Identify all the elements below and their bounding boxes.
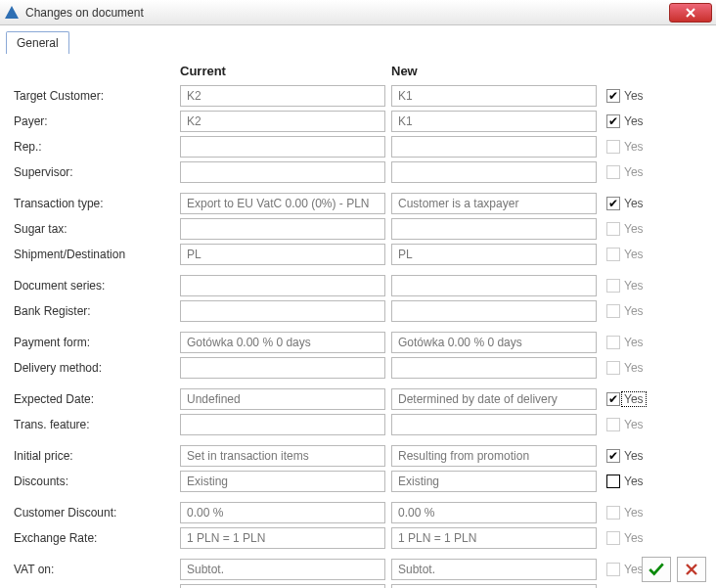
current-value[interactable] [180, 161, 385, 183]
yes-toggle[interactable]: Yes [606, 89, 675, 103]
current-value[interactable]: Export to EU VatC 0.00 (0%) - PLN [180, 193, 385, 214]
yes-toggle[interactable]: Yes [606, 248, 675, 261]
current-value[interactable]: 0.00 % [180, 502, 385, 523]
checkbox[interactable] [606, 140, 620, 154]
yes-toggle[interactable]: Yes [606, 114, 675, 128]
row-label: VAT on: [14, 563, 180, 576]
new-value[interactable] [391, 584, 597, 588]
window-close-button[interactable] [669, 3, 712, 23]
current-value[interactable]: Gotówka 0.00 % 0 days [180, 332, 385, 353]
current-value[interactable]: 1 PLN = 1 PLN [180, 527, 385, 549]
checkbox[interactable] [606, 165, 620, 179]
new-value[interactable] [391, 300, 597, 322]
row-label: Initial price: [14, 449, 180, 463]
current-value[interactable] [180, 300, 385, 322]
new-value[interactable]: K1 [391, 111, 597, 132]
checkbox[interactable] [606, 304, 620, 318]
row-label: Document series: [14, 279, 180, 293]
current-value[interactable]: PL [180, 244, 385, 265]
current-value[interactable]: Undefined [180, 388, 385, 410]
app-icon [4, 5, 20, 21]
rows-container: Target Customer:K2K1YesPayer:K2K1YesRep.… [14, 84, 702, 588]
dialog-footer [642, 557, 706, 582]
new-value[interactable] [391, 136, 597, 158]
new-value[interactable]: 0.00 % [391, 502, 597, 523]
checkbox[interactable] [606, 248, 620, 261]
yes-label: Yes [624, 449, 644, 463]
yes-toggle[interactable]: Yes [606, 165, 675, 179]
new-value[interactable] [391, 414, 597, 435]
current-value[interactable] [180, 357, 385, 379]
checkbox[interactable] [606, 114, 620, 128]
current-value[interactable]: K2 [180, 111, 385, 132]
current-value[interactable] [180, 414, 385, 435]
yes-toggle[interactable]: Yes [606, 506, 675, 520]
checkbox[interactable] [606, 222, 620, 236]
yes-toggle[interactable]: Yes [606, 279, 675, 293]
checkbox[interactable] [606, 279, 620, 293]
checkbox[interactable] [606, 361, 620, 375]
tab-strip: General [0, 25, 716, 54]
row: Customer Discount: 0.00 % 0.00 %Yes [14, 501, 702, 524]
yes-toggle[interactable]: Yes [606, 336, 675, 349]
row-label: Payer: [14, 114, 180, 128]
yes-label: Yes [624, 563, 644, 576]
checkbox[interactable] [606, 475, 620, 488]
new-value[interactable]: 1 PLN = 1 PLN [391, 527, 597, 549]
yes-toggle[interactable]: Yes [606, 197, 675, 210]
new-value[interactable]: K1 [391, 85, 597, 107]
new-value[interactable]: Existing [391, 471, 597, 492]
current-value[interactable]: Subtot. [180, 559, 385, 580]
current-value[interactable]: Set in transaction items [180, 445, 385, 467]
yes-toggle[interactable]: Yes [606, 392, 675, 406]
col-current-header: Current [180, 64, 385, 78]
yes-label: Yes [624, 140, 644, 154]
checkbox[interactable] [606, 89, 620, 103]
row: Transaction type:Export to EU VatC 0.00 … [14, 192, 702, 215]
checkbox[interactable] [606, 531, 620, 545]
new-value[interactable]: Customer is a taxpayer [391, 193, 597, 214]
yes-toggle[interactable]: Yes [606, 140, 675, 154]
new-value[interactable]: Subtot. [391, 559, 597, 580]
current-value[interactable] [180, 218, 385, 240]
yes-toggle[interactable]: Yes [606, 449, 675, 463]
row: Initial price:Set in transaction itemsRe… [14, 444, 702, 468]
row-label: Sugar tax: [14, 222, 180, 236]
yes-toggle[interactable]: Yes [606, 361, 675, 375]
cancel-button[interactable] [677, 557, 706, 582]
row-label: Delivery method: [14, 361, 180, 375]
current-value[interactable]: K2 [180, 85, 385, 107]
yes-label: Yes [624, 279, 644, 293]
yes-toggle[interactable]: Yes [606, 475, 675, 488]
checkbox[interactable] [606, 449, 620, 463]
new-value[interactable] [391, 161, 597, 183]
new-value[interactable]: Resulting from promotion [391, 445, 597, 467]
new-value[interactable] [391, 218, 597, 240]
row: Expected Date:UndefinedDetermined by dat… [14, 387, 702, 411]
current-value[interactable] [180, 136, 385, 158]
row: Discounts:ExistingExistingYes [14, 470, 702, 493]
new-value[interactable] [391, 275, 597, 296]
checkbox[interactable] [606, 563, 620, 576]
yes-toggle[interactable]: Yes [606, 531, 675, 545]
current-value[interactable]: Existing [180, 471, 385, 492]
yes-label: Yes [624, 222, 644, 236]
yes-toggle[interactable]: Yes [606, 304, 675, 318]
new-value[interactable]: Gotówka 0.00 % 0 days [391, 332, 597, 353]
yes-toggle[interactable]: Yes [606, 418, 675, 431]
checkbox[interactable] [606, 418, 620, 431]
checkbox[interactable] [606, 197, 620, 210]
current-value[interactable] [180, 584, 385, 588]
column-headers: Current New [14, 64, 702, 78]
new-value[interactable]: PL [391, 244, 597, 265]
checkbox[interactable] [606, 506, 620, 520]
current-value[interactable] [180, 275, 385, 296]
yes-toggle[interactable]: Yes [606, 222, 675, 236]
tab-general[interactable]: General [6, 31, 69, 54]
new-value[interactable]: Determined by date of delivery [391, 388, 597, 410]
yes-label: Yes [624, 165, 644, 179]
confirm-button[interactable] [642, 557, 671, 582]
new-value[interactable] [391, 357, 597, 379]
checkbox[interactable] [606, 336, 620, 349]
checkbox[interactable] [606, 392, 620, 406]
